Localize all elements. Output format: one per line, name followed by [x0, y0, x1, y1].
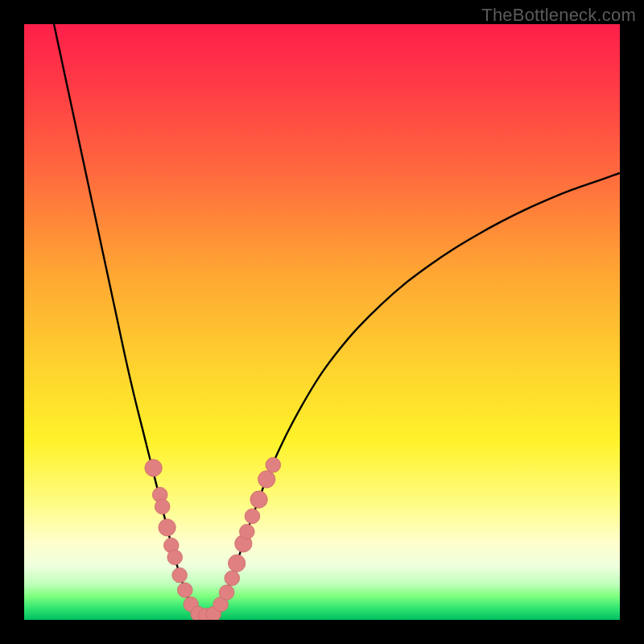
marker-group — [145, 457, 281, 620]
curve-layer — [24, 24, 620, 620]
data-marker — [229, 555, 246, 572]
chart-frame: TheBottleneck.com — [0, 0, 644, 644]
data-marker — [177, 583, 192, 598]
data-marker — [219, 585, 234, 601]
data-marker — [225, 571, 240, 586]
plot-area — [24, 24, 620, 620]
bottleneck-curve — [54, 24, 620, 616]
data-marker — [266, 457, 281, 473]
data-marker — [250, 491, 267, 508]
data-marker — [145, 460, 162, 477]
data-marker — [167, 550, 183, 565]
watermark-text: TheBottleneck.com — [481, 5, 636, 26]
data-marker — [258, 471, 275, 488]
data-marker — [239, 524, 254, 539]
data-marker — [159, 519, 175, 536]
data-marker — [245, 509, 260, 524]
data-marker — [155, 499, 170, 514]
data-marker — [172, 568, 188, 583]
